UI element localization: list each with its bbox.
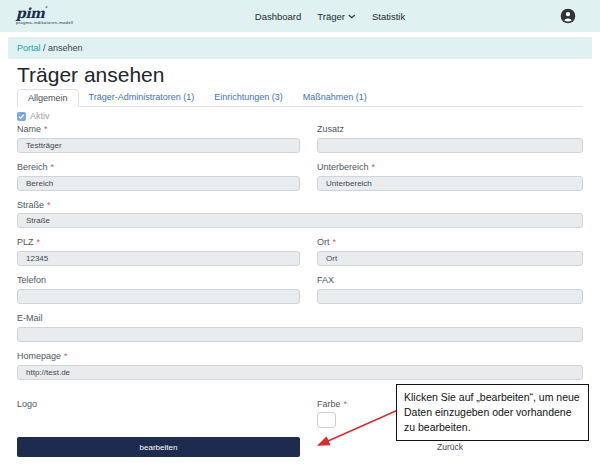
main-nav: Dashboard Träger Statistik [255, 11, 405, 22]
nav-dashboard[interactable]: Dashboard [255, 11, 301, 22]
field-name-label: Name* [17, 124, 300, 135]
logo-trademark-mark: ° [44, 5, 46, 11]
field-logo-label: Logo [17, 399, 300, 410]
required-marker: * [64, 351, 68, 361]
annotation-note: Klicken Sie auf „bearbeiten“, um neue Da… [396, 384, 589, 441]
field-ort: Ort* [317, 237, 583, 266]
email-input [17, 327, 583, 342]
tab-bar: Allgemein Träger-Administratoren (1) Ein… [17, 89, 583, 107]
zusatz-input [317, 138, 583, 153]
required-marker: * [344, 399, 348, 409]
nav-dashboard-label: Dashboard [255, 11, 301, 22]
field-logo: Logo [17, 399, 300, 429]
app-logo[interactable]: pim° pragma-indikatoren-modell [16, 6, 73, 25]
breadcrumb: Portal / ansehen [8, 37, 592, 59]
user-account-icon[interactable] [560, 8, 576, 24]
bearbeiten-button[interactable]: bearbeiten [17, 437, 300, 457]
strasse-input [17, 213, 583, 228]
required-marker: * [47, 200, 51, 210]
field-fax: FAX [317, 275, 583, 304]
required-marker: * [51, 162, 55, 172]
field-fax-label: FAX [317, 275, 583, 286]
field-zusatz-label: Zusatz [317, 124, 583, 135]
plz-input [17, 251, 300, 266]
required-marker: * [372, 162, 376, 172]
logo-wordmark: pim° [16, 6, 73, 20]
telefon-input [17, 289, 300, 304]
aktiv-checkbox [17, 112, 26, 121]
fax-input [317, 289, 583, 304]
tab-allgemein[interactable]: Allgemein [17, 89, 79, 107]
field-strasse: Straße* [17, 200, 583, 229]
tab-massnahmen[interactable]: Maßnahmen (1) [293, 89, 377, 106]
breadcrumb-separator: / [43, 43, 46, 53]
field-ort-label: Ort* [317, 237, 583, 248]
field-zusatz: Zusatz [317, 124, 583, 153]
field-plz-label: PLZ* [17, 237, 300, 248]
required-marker: * [333, 237, 337, 247]
field-unterbereich: Unterbereich* [317, 162, 583, 191]
field-telefon: Telefon [17, 275, 300, 304]
field-telefon-label: Telefon [17, 275, 300, 286]
field-email-label: E-Mail [17, 313, 583, 324]
field-unterbereich-label: Unterbereich* [317, 162, 583, 173]
required-marker: * [44, 124, 48, 134]
ort-input [317, 251, 583, 266]
nav-statistik[interactable]: Statistik [372, 11, 405, 22]
farbe-color-swatch [317, 412, 336, 428]
field-bereich: Bereich* [17, 162, 300, 191]
aktiv-checkbox-row: Aktiv [17, 111, 583, 121]
field-bereich-label: Bereich* [17, 162, 300, 173]
unterbereich-input [317, 176, 583, 191]
nav-traeger-dropdown[interactable]: Träger [317, 11, 356, 22]
traeger-ansehen-page: { "header": { "logo": {"text": "pim", "m… [0, 0, 600, 472]
field-name: Name* [17, 124, 300, 153]
breadcrumb-portal-link[interactable]: Portal [17, 43, 41, 53]
field-email: E-Mail [17, 313, 583, 342]
field-strasse-label: Straße* [17, 200, 583, 211]
bereich-input [17, 176, 300, 191]
aktiv-label: Aktiv [30, 111, 50, 121]
required-marker: * [37, 237, 41, 247]
homepage-input [17, 365, 583, 380]
logo-tagline: pragma-indikatoren-modell [16, 21, 73, 25]
check-icon [18, 113, 25, 120]
tab-traeger-administratoren[interactable]: Träger-Administratoren (1) [79, 89, 205, 106]
chevron-down-icon [348, 14, 356, 19]
zurueck-link[interactable]: Zurück [317, 442, 583, 452]
nav-traeger-label: Träger [317, 11, 345, 22]
name-input [17, 138, 300, 153]
app-header: pim° pragma-indikatoren-modell Dashboard… [0, 0, 600, 32]
field-homepage-label: Homepage* [17, 351, 583, 362]
field-homepage: Homepage* [17, 351, 583, 380]
field-plz: PLZ* [17, 237, 300, 266]
breadcrumb-current: ansehen [48, 43, 83, 53]
tab-einrichtungen[interactable]: Einrichtungen (3) [204, 89, 293, 106]
page-title: Träger ansehen [17, 63, 583, 86]
nav-statistik-label: Statistik [372, 11, 405, 22]
